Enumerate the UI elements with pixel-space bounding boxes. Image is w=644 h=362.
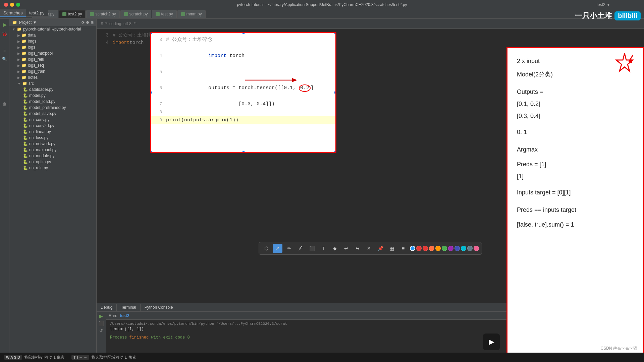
tree-dataloader[interactable]: 🐍 dataloader.py [20, 86, 96, 93]
rp-spacer4 [517, 156, 634, 158]
resize-tl[interactable] [150, 32, 153, 35]
terminal-tab[interactable]: Terminal [117, 304, 140, 311]
tree-logs-train[interactable]: ▶ 📁 logs_train [15, 68, 96, 74]
tree-notes[interactable]: ▶ 📁 notes [15, 74, 96, 80]
trash-icon[interactable]: 🗑 [3, 102, 7, 106]
shape-tool[interactable]: ⬛ [307, 244, 317, 253]
brand-title: 一只小土堆 [575, 11, 612, 21]
redo-btn[interactable]: ↪ [353, 244, 362, 253]
color-amber[interactable] [435, 246, 441, 251]
color-indigo[interactable] [454, 246, 460, 251]
tree-logs[interactable]: ▶ 📁 logs [15, 44, 96, 50]
sync-icon[interactable]: ⟳ [82, 20, 85, 25]
arrow-tool[interactable]: ↗ [273, 244, 282, 253]
tab-test2[interactable]: test2.py [59, 10, 86, 18]
tree-nn-maxpool[interactable]: 🐍 nn_maxpool.py [20, 147, 96, 153]
tree-data[interactable]: ▶ 📁 data [15, 32, 96, 38]
run-stop-icon[interactable]: ⬛ [98, 321, 104, 326]
rp-line5: [0.3, 0.4] [517, 110, 634, 122]
structure-icon[interactable]: ≡ [3, 49, 6, 53]
code-line-5: 5 [151, 68, 335, 76]
tab-mmm[interactable]: mmm.py [177, 10, 206, 18]
color-purple[interactable] [448, 246, 453, 251]
color-cyan[interactable] [461, 246, 466, 251]
inspect-icon[interactable]: 🔍 [2, 57, 7, 61]
traffic-lights [4, 3, 20, 7]
tree-logs-relu[interactable]: ▶ 📁 logs_relu [15, 56, 96, 62]
debug-icon[interactable]: 🐞 [2, 31, 7, 37]
python-console-tab[interactable]: Python Console [141, 304, 177, 311]
project-label[interactable]: Project ▼ [19, 20, 37, 25]
color-blue[interactable] [410, 246, 415, 251]
undo-btn[interactable]: ↩ [341, 244, 351, 253]
gear-icon[interactable]: ⚙ [86, 20, 89, 25]
layout-icon[interactable]: ⊞ [91, 20, 94, 25]
resize-t[interactable] [242, 32, 245, 35]
highlight-tool[interactable]: 🖊 [296, 244, 305, 253]
tab-test[interactable]: test.py [152, 10, 176, 18]
close-button[interactable] [4, 3, 8, 7]
resize-tr[interactable] [334, 32, 336, 35]
tree-model-save[interactable]: 🐍 model_save.py [20, 111, 96, 117]
cursor-tool[interactable]: ⬡ [262, 244, 271, 253]
color-pink[interactable] [474, 246, 479, 251]
tree-imgs[interactable]: ▶ 📁 imgs [15, 38, 96, 44]
root-label: pytorch-tutorial ~/pytorch-tutorial [23, 27, 81, 32]
pin-tool[interactable]: 📌 [376, 244, 385, 253]
close-annotation[interactable]: ✕ [364, 244, 374, 253]
tree-logs-seq[interactable]: ▶ 📁 logs_seq [15, 62, 96, 68]
resize-br[interactable] [334, 150, 336, 153]
title-bar-right: test2 ▼ [597, 2, 610, 7]
color-gray[interactable] [467, 246, 473, 251]
tree-nn-loss[interactable]: 🐍 nn_loss.py [20, 135, 96, 141]
eraser-tool[interactable]: ◆ [330, 244, 339, 253]
tree-nn-conv[interactable]: 🐍 nn_conv.py [20, 117, 96, 123]
resize-b[interactable] [242, 150, 245, 153]
run-icon[interactable]: ▶ [3, 21, 7, 28]
menu-tool[interactable]: ≡ [398, 244, 408, 253]
color-green[interactable] [442, 246, 447, 251]
resize-bl[interactable] [150, 150, 153, 153]
tree-model-pretrained[interactable]: 🐍 model_pretrained.py [20, 105, 96, 111]
tree-nn-optim[interactable]: 🐍 nn_optim.py [20, 159, 96, 165]
pen-tool[interactable]: ✏ [284, 244, 294, 253]
code-line-9: 9 print(outputs.argmax(1)) [151, 116, 335, 124]
project-tree: ▼ 📁 pytorch-tutorial ~/pytorch-tutorial … [9, 26, 96, 362]
tree-src[interactable]: ▼ 📁 src [15, 80, 96, 86]
play-button-overlay[interactable]: ▶ [483, 334, 500, 350]
tree-nn-conv2d[interactable]: 🐍 nn_conv2d.py [20, 123, 96, 129]
tree-model[interactable]: 🐍 model.py [20, 93, 96, 99]
annotation-toolbar: ⬡ ↗ ✏ 🖊 ⬛ T ◆ ↩ ↪ ✕ 📌 ▦ ≡ [259, 242, 482, 255]
test2-tab[interactable]: test2.py [26, 9, 48, 17]
tree-nn-module[interactable]: 🐍 nn_module.py [20, 153, 96, 159]
maximize-button[interactable] [16, 3, 20, 7]
main-layout: ▶ 🐞 ≡ 🔍 🗑 📁 Project ▼ ⟳ ⚙ ⊞ ▼ 📁 pytorch-… [0, 19, 644, 362]
debug-tab[interactable]: Debug [97, 304, 117, 311]
code-line-3: 3 # 公众号：土堆碎念 [151, 36, 335, 44]
color-red1[interactable] [416, 246, 422, 251]
color-orange[interactable] [429, 246, 434, 251]
tree-root[interactable]: ▼ 📁 pytorch-tutorial ~/pytorch-tutorial [9, 26, 96, 32]
py-icon [156, 12, 160, 16]
rp-line3: Outputs = [517, 86, 634, 98]
project-header: 📁 Project ▼ ⟳ ⚙ ⊞ [9, 19, 96, 26]
run-tabname[interactable]: test2 [120, 313, 129, 318]
rp-line13: Inputs target = [0][1] [517, 186, 634, 198]
run-play-icon[interactable]: ▶ [99, 313, 103, 319]
text-tool[interactable]: T [319, 244, 328, 253]
tab-scratch2[interactable]: scratch2.py [86, 10, 119, 18]
tree-nn-linear[interactable]: 🐍 nn_linear.py [20, 129, 96, 135]
tab-scratch[interactable]: scratch.py [120, 10, 152, 18]
rp-spacer1 [517, 82, 634, 86]
run-config-label: test2 ▼ [597, 2, 610, 7]
minimize-button[interactable] [10, 3, 14, 7]
tree-nn-network[interactable]: 🐍 nn_network.py [20, 141, 96, 147]
tree-model-load[interactable]: 🐍 model_load.py [20, 99, 96, 105]
py-icon [124, 12, 128, 16]
tree-nn-relu[interactable]: 🐍 nn_relu.py [20, 165, 96, 171]
tree-logs-maxpool[interactable]: ▶ 📁 logs_maxpool [15, 50, 96, 56]
color-red2[interactable] [423, 246, 428, 251]
run-rerun-icon[interactable]: ↺ [99, 328, 103, 333]
scratches-tab[interactable]: Scratches [0, 9, 26, 17]
grid-tool[interactable]: ▦ [387, 244, 396, 253]
